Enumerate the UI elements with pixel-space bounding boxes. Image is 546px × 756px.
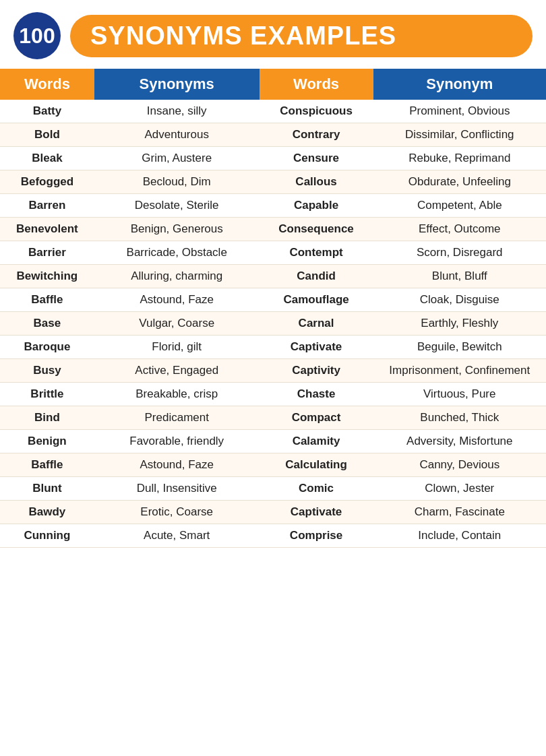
header-number: 100 (13, 12, 61, 59)
table-row: BaffleAstound, FazeCamouflageCloak, Disg… (0, 288, 546, 312)
synonym2-cell: Include, Contain (373, 524, 546, 548)
synonym2-cell: Earthly, Fleshly (373, 312, 546, 336)
synonym1-cell: Predicament (94, 406, 260, 430)
table-row: BaroqueFlorid, giltCaptivateBeguile, Bew… (0, 336, 546, 359)
synonym2-cell: Scorn, Disregard (373, 241, 546, 265)
table-row: BluntDull, InsensitiveComicClown, Jester (0, 477, 546, 501)
col-header-words2: Words (260, 69, 373, 100)
word2-cell: Comic (260, 477, 373, 501)
word2-cell: Consequence (260, 218, 373, 241)
word1-cell: Bind (0, 406, 94, 430)
synonym1-cell: Barricade, Obstacle (94, 241, 260, 265)
synonym2-cell: Blunt, Bluff (373, 265, 546, 288)
word1-cell: Bleak (0, 147, 94, 170)
word2-cell: Camouflage (260, 288, 373, 312)
synonym1-cell: Erotic, Coarse (94, 501, 260, 524)
table-row: BusyActive, EngagedCaptivityImprisonment… (0, 359, 546, 383)
header-title-bg: SYNONYMS EXAMPLES (70, 15, 533, 57)
table-row: BaseVulgar, CoarseCarnalEarthly, Fleshly (0, 312, 546, 336)
word2-cell: Conspicuous (260, 100, 373, 123)
word1-cell: Baroque (0, 336, 94, 359)
word2-cell: Candid (260, 265, 373, 288)
table-row: BindPredicamentCompactBunched, Thick (0, 406, 546, 430)
word2-cell: Comprise (260, 524, 373, 548)
word1-cell: Baffle (0, 453, 94, 477)
table-row: BarrierBarricade, ObstacleContemptScorn,… (0, 241, 546, 265)
word1-cell: Bewitching (0, 265, 94, 288)
word2-cell: Calamity (260, 430, 373, 453)
word1-cell: Brittle (0, 383, 94, 406)
word2-cell: Captivate (260, 501, 373, 524)
synonym1-cell: Breakable, crisp (94, 383, 260, 406)
synonym1-cell: Active, Engaged (94, 359, 260, 383)
synonym1-cell: Favorable, friendly (94, 430, 260, 453)
synonym2-cell: Dissimilar, Conflicting (373, 123, 546, 147)
word2-cell: Captivate (260, 336, 373, 359)
word2-cell: Calculating (260, 453, 373, 477)
col-header-synonyms: Synonyms (94, 69, 260, 100)
synonym2-cell: Prominent, Obvious (373, 100, 546, 123)
synonym2-cell: Canny, Devious (373, 453, 546, 477)
table-row: BleakGrim, AustereCensureRebuke, Reprima… (0, 147, 546, 170)
synonym1-cell: Astound, Faze (94, 453, 260, 477)
synonym1-cell: Grim, Austere (94, 147, 260, 170)
synonym2-cell: Virtuous, Pure (373, 383, 546, 406)
word1-cell: Benevolent (0, 218, 94, 241)
header-section: 100 SYNONYMS EXAMPLES (0, 0, 546, 69)
table-row: BefoggedBecloud, DimCallousObdurate, Unf… (0, 170, 546, 194)
synonyms-table: Words Synonyms Words Synonym BattyInsane… (0, 69, 546, 548)
synonym2-cell: Charm, Fascinate (373, 501, 546, 524)
word1-cell: Bawdy (0, 501, 94, 524)
table-row: BoldAdventurousContraryDissimilar, Confl… (0, 123, 546, 147)
word1-cell: Barren (0, 194, 94, 218)
synonym2-cell: Effect, Outcome (373, 218, 546, 241)
word2-cell: Compact (260, 406, 373, 430)
word1-cell: Bold (0, 123, 94, 147)
table-row: BawdyErotic, CoarseCaptivateCharm, Fasci… (0, 501, 546, 524)
synonym2-cell: Bunched, Thick (373, 406, 546, 430)
word2-cell: Callous (260, 170, 373, 194)
synonym1-cell: Vulgar, Coarse (94, 312, 260, 336)
table-row: BenevolentBenign, GenerousConsequenceEff… (0, 218, 546, 241)
synonym1-cell: Dull, Insensitive (94, 477, 260, 501)
word1-cell: Befogged (0, 170, 94, 194)
word2-cell: Capable (260, 194, 373, 218)
word2-cell: Chaste (260, 383, 373, 406)
synonym1-cell: Desolate, Sterile (94, 194, 260, 218)
word2-cell: Contrary (260, 123, 373, 147)
table-row: BenignFavorable, friendlyCalamityAdversi… (0, 430, 546, 453)
synonym1-cell: Benign, Generous (94, 218, 260, 241)
synonym1-cell: Insane, silly (94, 100, 260, 123)
synonym1-cell: Adventurous (94, 123, 260, 147)
synonym2-cell: Clown, Jester (373, 477, 546, 501)
word2-cell: Censure (260, 147, 373, 170)
synonym2-cell: Beguile, Bewitch (373, 336, 546, 359)
word1-cell: Cunning (0, 524, 94, 548)
word1-cell: Barrier (0, 241, 94, 265)
synonym2-cell: Obdurate, Unfeeling (373, 170, 546, 194)
word2-cell: Contempt (260, 241, 373, 265)
synonym1-cell: Acute, Smart (94, 524, 260, 548)
synonym1-cell: Alluring, charming (94, 265, 260, 288)
table-row: BewitchingAlluring, charmingCandidBlunt,… (0, 265, 546, 288)
word1-cell: Benign (0, 430, 94, 453)
table-row: BattyInsane, sillyConspicuousProminent, … (0, 100, 546, 123)
word1-cell: Busy (0, 359, 94, 383)
word1-cell: Blunt (0, 477, 94, 501)
synonym2-cell: Competent, Able (373, 194, 546, 218)
word2-cell: Carnal (260, 312, 373, 336)
synonym1-cell: Becloud, Dim (94, 170, 260, 194)
table-row: BarrenDesolate, SterileCapableCompetent,… (0, 194, 546, 218)
synonym2-cell: Rebuke, Reprimand (373, 147, 546, 170)
col-header-synonym: Synonym (373, 69, 546, 100)
synonym2-cell: Adversity, Misfortune (373, 430, 546, 453)
word1-cell: Batty (0, 100, 94, 123)
synonym2-cell: Cloak, Disguise (373, 288, 546, 312)
synonym1-cell: Astound, Faze (94, 288, 260, 312)
col-header-words1: Words (0, 69, 94, 100)
word1-cell: Baffle (0, 288, 94, 312)
table-row: BrittleBreakable, crispChasteVirtuous, P… (0, 383, 546, 406)
synonym1-cell: Florid, gilt (94, 336, 260, 359)
synonym2-cell: Imprisonment, Confinement (373, 359, 546, 383)
word2-cell: Captivity (260, 359, 373, 383)
